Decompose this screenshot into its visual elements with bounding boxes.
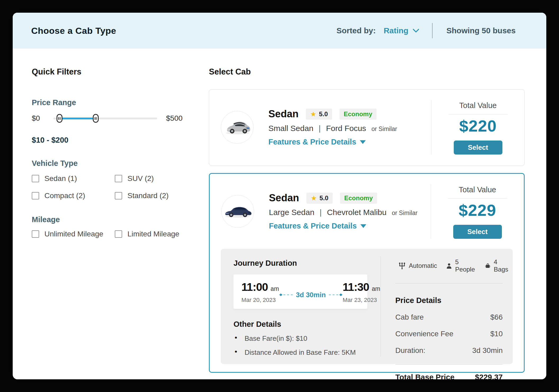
cab-model: Chevrolet Malibu xyxy=(327,208,387,217)
luggage-spec: 4 Bags xyxy=(485,258,510,273)
sort-dropdown[interactable]: Rating xyxy=(384,26,419,35)
checkbox-icon[interactable] xyxy=(115,175,122,182)
total-value-label: Total Value xyxy=(459,101,497,110)
departure-block: 11:00 am Mar 20, 2023 xyxy=(241,281,279,304)
cab-card-summary: Sedan 5.0 Economy Large Sedan | Chevrole… xyxy=(210,174,524,249)
journey-duration-value: 3d 30min xyxy=(296,291,326,299)
capacity-label: 5 People xyxy=(455,258,476,273)
slider-active-range xyxy=(59,118,96,119)
header-bar: Choose a Cab Type Sorted by: Rating Show… xyxy=(13,13,546,49)
price-range-slider: $0 $500 xyxy=(32,114,182,123)
checkbox-label: Limited Mileage xyxy=(127,230,179,238)
rating-badge: 5.0 xyxy=(306,109,332,120)
vehicle-type-row: Sedan (1) SUV (2) xyxy=(32,174,198,183)
car-photo xyxy=(221,195,254,228)
luggage-label: 4 Bags xyxy=(494,258,510,273)
mileage-row: Unlimited Mileage Limited Mileage xyxy=(32,230,198,238)
star-icon xyxy=(311,195,317,202)
gearshift-icon xyxy=(398,262,406,269)
diamond-dash-left-icon xyxy=(279,293,293,297)
car-photo xyxy=(221,111,254,144)
price-range-title: Price Range xyxy=(32,98,76,107)
checkbox-limited-mileage[interactable]: Limited Mileage xyxy=(115,230,198,238)
price-row-cab-fare: Cab fare $66 xyxy=(395,313,503,321)
other-detail-item: Distance Allowed in Base Fare: 5KM xyxy=(233,348,371,357)
checkbox-label: Standard (2) xyxy=(127,192,169,200)
price-column: Automatic 5 People xyxy=(395,258,503,379)
arrival-meridiem: am xyxy=(372,285,380,292)
checkbox-icon[interactable] xyxy=(32,230,39,238)
total-base-price-row: Total Base Price $229.37 xyxy=(395,373,503,379)
arrival-block: 11:30 am Mar 23, 2023 xyxy=(343,281,380,304)
vehicle-type-title: Vehicle Type xyxy=(32,159,78,168)
checkbox-sedan[interactable]: Sedan (1) xyxy=(32,174,115,183)
sort-value[interactable]: Rating xyxy=(384,26,408,35)
chevron-down-icon xyxy=(413,29,419,33)
price-row-label: Cab fare xyxy=(395,313,424,321)
arrival-time: 11:30 xyxy=(343,281,369,293)
cab-size: Large Sedan xyxy=(269,208,314,217)
price-row-value: 3d 30min xyxy=(472,346,503,355)
price-row-value: $66 xyxy=(490,313,503,321)
header-divider xyxy=(432,23,433,38)
or-similar-label: or Similar xyxy=(392,209,418,217)
checkbox-icon[interactable] xyxy=(115,192,122,199)
price-details-title: Price Details xyxy=(395,296,503,305)
diamond-dash-right-icon xyxy=(329,293,343,297)
category-badge: Economy xyxy=(340,109,377,120)
total-base-price-value: $229.37 xyxy=(475,373,503,379)
bag-icon xyxy=(485,262,491,269)
checkbox-compact[interactable]: Compact (2) xyxy=(32,192,115,200)
checkbox-icon[interactable] xyxy=(32,192,39,199)
checkbox-icon[interactable] xyxy=(32,175,39,182)
navy-sedan-icon xyxy=(223,203,253,220)
selected-price-range: $10 - $200 xyxy=(32,136,68,144)
total-base-price-label: Total Base Price xyxy=(395,373,455,379)
triangle-down-icon xyxy=(360,224,366,228)
select-cab-title: Select Cab xyxy=(209,67,251,77)
rating-value: 5.0 xyxy=(319,110,328,118)
select-button[interactable]: Select xyxy=(453,225,502,239)
checkbox-icon[interactable] xyxy=(115,230,122,238)
price-row-value: $10 xyxy=(490,330,503,338)
cab-model: Ford Focus xyxy=(326,124,366,133)
checkbox-label: Sedan (1) xyxy=(44,174,77,183)
features-price-details-link[interactable]: Features & Price Details xyxy=(268,138,397,146)
rating-badge: 5.0 xyxy=(306,193,333,204)
checkbox-unlimited-mileage[interactable]: Unlimited Mileage xyxy=(32,230,115,238)
features-label[interactable]: Features & Price Details xyxy=(268,138,356,146)
cab-card-chevrolet-malibu: Sedan 5.0 Economy Large Sedan | Chevrole… xyxy=(209,173,525,373)
features-label[interactable]: Features & Price Details xyxy=(269,222,357,230)
cab-info: Sedan 5.0 Economy Large Sedan | Chevrole… xyxy=(269,192,418,230)
price-row-duration: Duration: 3d 30min xyxy=(395,346,503,355)
total-value-block: Total Value $229 Select xyxy=(431,184,524,239)
cab-subtitle: Small Sedan | Ford Focus or Similar xyxy=(268,124,397,133)
slider-handle-max[interactable] xyxy=(93,114,99,123)
select-button[interactable]: Select xyxy=(454,141,502,155)
page-title: Choose a Cab Type xyxy=(31,26,116,36)
checkbox-standard[interactable]: Standard (2) xyxy=(115,192,198,200)
journey-duration-title: Journey Duration xyxy=(233,259,371,268)
panel-divider xyxy=(381,256,381,357)
mileage-title: Mileage xyxy=(32,215,60,224)
checkbox-suv[interactable]: SUV (2) xyxy=(115,174,198,183)
total-value-label: Total Value xyxy=(459,185,496,194)
vehicle-type-row: Compact (2) Standard (2) xyxy=(32,192,198,200)
arrival-date: Mar 23, 2023 xyxy=(343,297,380,304)
other-details-title: Other Details xyxy=(233,320,371,329)
category-badge: Economy xyxy=(340,193,377,204)
category-label: Economy xyxy=(344,110,372,118)
transmission-label: Automatic xyxy=(409,262,437,269)
slider-track[interactable] xyxy=(53,118,157,119)
divider xyxy=(395,283,503,283)
price-row-convenience-fee: Convenience Fee $10 xyxy=(395,330,503,338)
features-price-details-link[interactable]: Features & Price Details xyxy=(269,222,418,230)
expanded-details-panel: Journey Duration 11:00 am Mar 20, 2023 xyxy=(221,249,513,364)
cab-info: Sedan 5.0 Economy Small Sedan | Ford Foc… xyxy=(268,108,397,146)
other-detail-item: Base Fare(in $): $10 xyxy=(233,334,371,343)
cab-name: Sedan xyxy=(269,192,299,204)
total-price: $229 xyxy=(459,201,496,220)
silver-hatchback-icon xyxy=(222,119,252,136)
cab-name: Sedan xyxy=(268,108,299,120)
slider-handle-min[interactable] xyxy=(57,114,62,123)
